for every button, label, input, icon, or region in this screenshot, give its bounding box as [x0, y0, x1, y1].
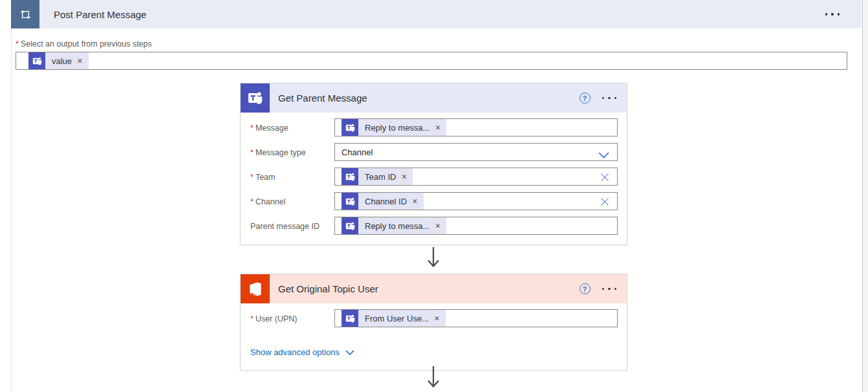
card-body: *User (UPN) From Use — [241, 303, 627, 370]
dropdown-selected-value: Channel — [342, 147, 373, 157]
field-label: *Team — [250, 172, 334, 182]
teams-icon — [342, 168, 358, 185]
token-value[interactable]: value ✕ — [28, 52, 89, 69]
chevron-down-icon[interactable] — [598, 149, 609, 161]
token-from-user[interactable]: From User Use... ✕ — [342, 310, 446, 327]
teams-icon — [342, 193, 358, 210]
token-remove-icon[interactable]: ✕ — [435, 223, 440, 230]
required-asterisk: * — [250, 173, 254, 182]
field-row-parent-message-id: Parent message ID Reply to me — [250, 217, 618, 235]
ellipsis-icon — [602, 97, 617, 100]
required-asterisk: * — [250, 124, 254, 133]
field-row-message-type: *Message type Channel — [250, 143, 618, 161]
connector-arrow — [422, 247, 444, 272]
token-reply-to-message[interactable]: Reply to messa... ✕ — [342, 217, 446, 234]
clear-selection-icon[interactable] — [600, 197, 610, 210]
token-team-id[interactable]: Team ID ✕ — [342, 168, 413, 185]
required-asterisk: * — [16, 39, 19, 49]
teams-icon — [342, 310, 358, 327]
card-title: Get Original Topic User — [278, 283, 378, 294]
token-label: From User Use... — [365, 314, 429, 323]
ellipsis-icon — [825, 13, 840, 16]
token-label: Reply to messa... — [365, 123, 429, 133]
teams-icon — [28, 52, 45, 69]
output-selector-input[interactable]: value ✕ — [16, 52, 847, 70]
scope-title: Post Parent Message — [54, 9, 146, 20]
message-input[interactable]: Reply to messa... ✕ — [334, 118, 618, 136]
connector-arrow — [422, 366, 444, 392]
field-row-message: *Message Reply to me — [250, 118, 618, 136]
card-header-get-parent-message[interactable]: Get Parent Message ? — [241, 83, 627, 113]
token-label: Reply to messa... — [365, 221, 429, 231]
scrollbar-gutter — [862, 0, 868, 392]
action-card-get-original-topic-user: Get Original Topic User ? *User (UPN) — [240, 274, 627, 371]
message-type-dropdown[interactable]: Channel — [334, 143, 618, 161]
token-remove-icon[interactable]: ✕ — [401, 173, 407, 180]
token-remove-icon[interactable]: ✕ — [77, 58, 83, 65]
output-selector-section: *Select an output from previous steps va… — [16, 39, 847, 70]
action-card-get-parent-message: Get Parent Message ? *Message — [240, 83, 627, 245]
team-input[interactable]: Team ID ✕ — [334, 168, 618, 186]
required-asterisk: * — [250, 197, 254, 206]
field-label: *Channel — [250, 197, 334, 206]
flow-designer-canvas: Post Parent Message *Select an output fr… — [0, 0, 868, 392]
token-label: value — [52, 56, 72, 66]
ellipsis-icon — [602, 288, 617, 290]
parent-message-id-input[interactable]: Reply to messa... ✕ — [334, 217, 618, 235]
advanced-options-label: Show advanced options — [250, 347, 340, 357]
field-row-channel: *Channel Channel ID — [250, 192, 618, 210]
help-icon[interactable]: ? — [580, 283, 591, 294]
token-label: Team ID — [365, 172, 396, 182]
apply-to-each-icon — [11, 0, 39, 28]
card-header-get-original-topic-user[interactable]: Get Original Topic User ? — [241, 274, 627, 303]
card-body: *Message Reply to me — [241, 113, 627, 245]
field-label: *Message — [250, 123, 334, 133]
user-upn-input[interactable]: From User Use... ✕ — [334, 309, 618, 327]
field-row-team: *Team Team ID — [250, 168, 618, 186]
token-channel-id[interactable]: Channel ID ✕ — [342, 193, 424, 210]
card-title: Get Parent Message — [278, 93, 367, 103]
teams-connector-icon — [241, 83, 270, 113]
output-field-label: *Select an output from previous steps — [16, 39, 847, 49]
chevron-down-icon — [345, 350, 354, 355]
teams-icon — [342, 119, 358, 136]
card-more-menu-button[interactable] — [602, 97, 617, 100]
scope-left-border — [11, 28, 12, 392]
scope-header-post-parent-message[interactable]: Post Parent Message — [11, 0, 862, 28]
scope-more-menu-button[interactable] — [823, 10, 843, 18]
card-more-menu-button[interactable] — [602, 288, 617, 290]
token-remove-icon[interactable]: ✕ — [435, 124, 440, 131]
clear-selection-icon[interactable] — [600, 172, 610, 185]
required-asterisk: * — [250, 148, 254, 157]
token-remove-icon[interactable]: ✕ — [434, 315, 440, 322]
help-icon[interactable]: ? — [580, 93, 591, 103]
token-remove-icon[interactable]: ✕ — [412, 198, 418, 205]
token-reply-to-message[interactable]: Reply to messa... ✕ — [342, 119, 446, 136]
teams-icon — [342, 217, 358, 234]
field-label: *Message type — [250, 147, 334, 157]
field-label: Parent message ID — [250, 221, 334, 231]
field-row-user-upn: *User (UPN) From Use — [250, 309, 618, 327]
channel-input[interactable]: Channel ID ✕ — [334, 192, 618, 210]
field-label: *User (UPN) — [250, 314, 334, 323]
token-label: Channel ID — [365, 197, 407, 206]
office365-connector-icon — [241, 274, 270, 303]
show-advanced-options-link[interactable]: Show advanced options — [250, 347, 354, 357]
required-asterisk: * — [250, 314, 254, 323]
